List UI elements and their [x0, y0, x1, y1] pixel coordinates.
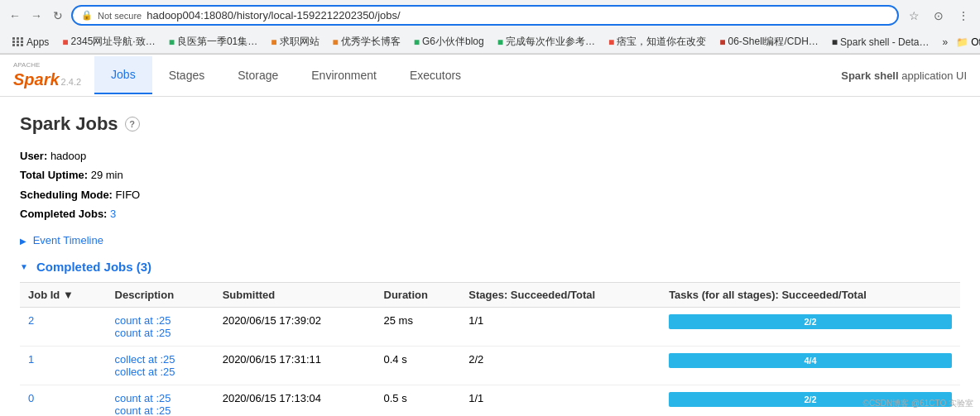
completed-jobs-header: ▼ Completed Jobs (3) [20, 260, 960, 274]
jobid-link-0[interactable]: 2 [28, 314, 98, 327]
cell-desc-1: collect at :25 collect at :25 [107, 346, 214, 385]
spark-logo-text: Spark [13, 70, 60, 89]
cell-submitted-2: 2020/06/15 17:13:04 [214, 385, 376, 416]
bookmark-spark[interactable]: ■ Spark shell - Deta… [827, 35, 934, 50]
address-url-text: hadoop004:18080/history/local-1592212202… [147, 9, 889, 22]
apps-grid-icon [12, 36, 25, 47]
jobid-link-2[interactable]: 0 [28, 392, 98, 404]
apps-bookmark[interactable]: Apps [7, 35, 54, 50]
col-stages[interactable]: Stages: Succeeded/Total [460, 282, 661, 307]
nav-jobs[interactable]: Jobs [94, 56, 152, 94]
bookmark-label-pibao: 痞宝，知道你在改变 [617, 35, 706, 49]
bookmark-liangyi[interactable]: ■ 良医第一季01集… [164, 33, 263, 50]
nav-environment[interactable]: Environment [295, 56, 393, 94]
spark-logo: APACHE Spark 2.4.2 [0, 55, 94, 96]
desc-link1-1[interactable]: collect at :25 [115, 353, 206, 366]
col-tasks[interactable]: Tasks (for all stages): Succeeded/Total [661, 282, 960, 307]
event-timeline: ▶ Event Timeline [20, 234, 960, 246]
spark-navigation: APACHE Spark 2.4.2 Jobs Stages Storage E… [0, 55, 980, 97]
cell-stages-0: 1/1 [460, 307, 661, 346]
nav-stages[interactable]: Stages [152, 56, 222, 94]
bookmark-icon-2345: ■ [62, 36, 68, 48]
bookmark-label-wancheng: 完成每次作业参考… [506, 35, 595, 49]
nav-storage[interactable]: Storage [221, 56, 295, 94]
apache-label: APACHE [13, 61, 81, 69]
bookmark-label-job: 求职网站 [280, 35, 319, 49]
bookmarks-bar: Apps ■ 2345网址导航·致… ■ 良医第一季01集… ■ 求职网站 ■ … [0, 31, 980, 54]
lock-icon: 🔒 [81, 10, 93, 21]
col-duration[interactable]: Duration [376, 282, 461, 307]
user-label: User: [20, 150, 47, 162]
watermark: ©CSDN博客 @61CTO 实验室 [863, 398, 973, 409]
bookmark-more[interactable]: » [937, 35, 953, 50]
completed-jobs-link[interactable]: 3 [110, 208, 116, 220]
table-row: 2 count at :25 count at :25 2020/06/15 1… [20, 307, 960, 346]
apps-label: Apps [26, 36, 49, 48]
cell-jobid-1: 1 [20, 346, 107, 385]
bookmark-g6[interactable]: ■ G6小伙伴blog [409, 33, 489, 50]
spark-version: 2.4.2 [61, 77, 81, 87]
address-bar[interactable]: 🔒 Not secure hadoop004:18080/history/loc… [71, 5, 899, 26]
event-timeline-link[interactable]: Event Timeline [33, 234, 103, 246]
bookmark-shell[interactable]: ■ 06-Shell编程/CDH… [714, 33, 824, 50]
uptime-value-text: 29 min [91, 169, 123, 181]
bookmark-icon-pibao: ■ [608, 36, 614, 48]
col-jobid[interactable]: Job Id ▼ [20, 282, 107, 307]
progress-bar-container-1: 4/4 [669, 353, 952, 368]
jobid-link-1[interactable]: 1 [28, 353, 98, 366]
page-title: Spark Jobs [20, 113, 118, 135]
cell-desc-0: count at :25 count at :25 [107, 307, 214, 346]
bookmark-label-spark: Spark shell - Deta… [840, 36, 929, 48]
cell-jobid-0: 2 [20, 307, 107, 346]
star-button[interactable]: ☆ [904, 6, 924, 26]
app-title: Spark shell application UI [828, 58, 980, 93]
back-button[interactable]: ← [7, 7, 23, 24]
app-suffix: application UI [901, 69, 967, 82]
bookmark-wancheng[interactable]: ■ 完成每次作业参考… [492, 33, 600, 50]
bookmark-label-shell: 06-Shell编程/CDH… [728, 35, 818, 49]
not-secure-label: Not secure [98, 11, 142, 21]
cell-duration-1: 0.4 s [376, 346, 461, 385]
desc-link1-2[interactable]: count at :25 [115, 392, 206, 404]
scheduling-label: Scheduling Mode: [20, 189, 113, 201]
cell-submitted-0: 2020/06/15 17:39:02 [214, 307, 376, 346]
app-name-text: Spark shell [841, 69, 898, 82]
other-bookmarks[interactable]: 📁 Other bookmarks [956, 36, 980, 48]
bookmark-blog[interactable]: ■ 优秀学长博客 [328, 33, 406, 50]
bookmark-2345[interactable]: ■ 2345网址导航·致… [57, 33, 160, 50]
cell-desc-2: count at :25 count at :25 [107, 385, 214, 416]
jobs-table: Job Id ▼ Description Submitted Duration … [20, 282, 960, 416]
bookmark-icon-spark: ■ [832, 36, 838, 48]
desc-link2-1[interactable]: collect at :25 [115, 366, 206, 378]
scheduling-row: Scheduling Mode: FIFO [20, 185, 960, 204]
table-row: 0 count at :25 count at :25 2020/06/15 1… [20, 385, 960, 416]
bookmark-icon-shell: ■ [719, 36, 725, 48]
table-header-row: Job Id ▼ Description Submitted Duration … [20, 282, 960, 307]
progress-bar-fill-1: 4/4 [669, 353, 952, 368]
col-submitted[interactable]: Submitted [214, 282, 376, 307]
help-badge[interactable]: ? [125, 117, 140, 131]
cell-duration-2: 0.5 s [376, 385, 461, 416]
browser-toolbar: ← → ↻ 🔒 Not secure hadoop004:18080/histo… [0, 0, 980, 31]
progress-bar-container-0: 2/2 [669, 314, 952, 329]
bookmark-job[interactable]: ■ 求职网站 [266, 33, 324, 50]
menu-button[interactable]: ⋮ [954, 6, 973, 26]
page-title-container: Spark Jobs ? [20, 113, 960, 135]
cell-jobid-2: 0 [20, 385, 107, 416]
bookmark-pibao[interactable]: ■ 痞宝，知道你在改变 [603, 33, 711, 50]
bookmark-label-g6: G6小伙伴blog [422, 35, 484, 49]
spark-logo-container: APACHE Spark 2.4.2 [13, 61, 81, 89]
account-button[interactable]: ⊙ [929, 6, 949, 26]
main-content: Spark Jobs ? User: hadoop Total Uptime: … [0, 97, 980, 416]
desc-link1-0[interactable]: count at :25 [115, 314, 206, 327]
nav-executors[interactable]: Executors [393, 56, 478, 94]
bookmark-label-2345: 2345网址导航·致… [71, 35, 156, 49]
completed-row: Completed Jobs: 3 [20, 204, 960, 223]
desc-link2-2[interactable]: count at :25 [115, 404, 206, 416]
refresh-button[interactable]: ↻ [50, 7, 66, 24]
browser-actions: ☆ ⊙ ⋮ [904, 6, 973, 26]
forward-button[interactable]: → [28, 7, 45, 24]
bookmark-label-liangyi: 良医第一季01集… [177, 35, 257, 49]
desc-link2-0[interactable]: count at :25 [115, 327, 206, 339]
completed-jobs-title: Completed Jobs (3) [36, 260, 151, 274]
